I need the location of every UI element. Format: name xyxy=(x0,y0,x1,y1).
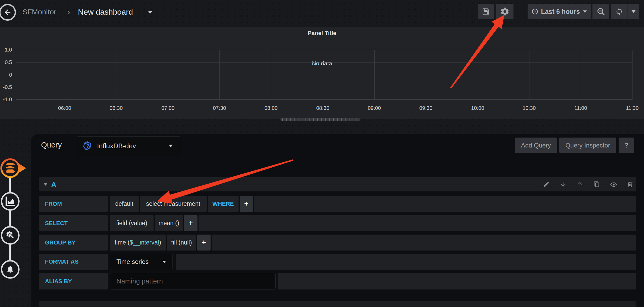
add-group-by-button[interactable]: + xyxy=(197,235,211,251)
x-tick: 09:30 xyxy=(414,105,438,111)
y-tick: -1.0 xyxy=(0,96,12,103)
add-where-condition-button[interactable]: + xyxy=(240,196,253,212)
zoom-out-time-button[interactable] xyxy=(592,4,609,19)
query-ref-id[interactable]: A xyxy=(51,180,56,189)
database-icon xyxy=(0,157,27,179)
x-tick: 10:30 xyxy=(517,105,541,111)
dashboard-title-caret-icon[interactable] xyxy=(148,11,152,14)
row-filler xyxy=(176,254,636,270)
x-tick: 11:00 xyxy=(569,105,592,111)
edit-query-button[interactable] xyxy=(543,181,550,188)
breadcrumb-dashboard-title[interactable]: New dashboard xyxy=(78,0,133,24)
group-by-row-label: GROUP BY xyxy=(39,235,108,251)
interval-variable: $__interval xyxy=(130,239,159,246)
tab-general-settings[interactable] xyxy=(0,225,20,246)
group-by-time-segment[interactable]: time ($__interval) xyxy=(110,235,166,251)
duplicate-query-button[interactable] xyxy=(593,181,601,188)
panel-resize-handle[interactable] xyxy=(280,118,360,121)
tab-connector-line xyxy=(9,168,11,270)
toggle-query-visibility-button[interactable] xyxy=(610,181,617,188)
x-tick: 08:00 xyxy=(259,105,283,111)
row-filler xyxy=(278,273,636,289)
gridline xyxy=(478,50,478,100)
help-button[interactable]: ? xyxy=(619,138,634,153)
tab-visualization[interactable] xyxy=(0,191,20,212)
gridline xyxy=(581,50,581,100)
gridline xyxy=(16,75,632,75)
refresh-interval-caret-button[interactable] xyxy=(628,4,639,19)
gridline xyxy=(374,50,375,100)
tab-queries[interactable] xyxy=(0,157,27,179)
breadcrumb-app[interactable]: SFMonitor xyxy=(22,0,56,24)
retention-policy-segment[interactable]: default xyxy=(110,196,139,212)
datasource-picker[interactable]: InfluxDB-dev xyxy=(77,137,181,155)
arrow-down-icon xyxy=(560,181,567,188)
fill-segment[interactable]: fill (null) xyxy=(167,235,196,251)
gridline xyxy=(426,50,426,100)
pencil-icon xyxy=(543,181,550,188)
refresh-icon xyxy=(615,8,623,15)
field-segment[interactable]: field (value) xyxy=(110,215,154,231)
select-measurement-segment[interactable]: select measurement xyxy=(140,196,207,212)
gridline xyxy=(168,50,168,100)
dashboard-panel: Panel Title No data 1.0 0.5 0 -0.5 -1.0 … xyxy=(0,27,644,119)
gear-wrench-icon xyxy=(0,225,20,246)
gridline xyxy=(323,50,323,100)
format-as-row-label: FORMAT AS xyxy=(39,254,108,270)
format-as-dropdown[interactable]: Time series xyxy=(110,254,173,270)
add-select-part-button[interactable]: + xyxy=(184,215,197,231)
move-query-down-button[interactable] xyxy=(560,181,567,188)
gridline xyxy=(65,50,65,100)
save-dashboard-button[interactable] xyxy=(478,4,494,19)
tab-alert[interactable] xyxy=(0,259,20,280)
gridline xyxy=(219,50,220,100)
gridline xyxy=(271,50,271,100)
floppy-disk-icon xyxy=(482,7,490,16)
x-tick: 11:30 xyxy=(620,105,644,111)
influxdb-logo-icon xyxy=(82,141,92,151)
area-chart-icon xyxy=(0,191,20,212)
move-query-up-button[interactable] xyxy=(577,181,584,188)
copy-icon xyxy=(593,181,600,188)
y-tick: 1.0 xyxy=(0,47,12,53)
x-tick: 09:00 xyxy=(363,105,386,111)
chevron-down-icon xyxy=(631,10,636,13)
row-filler xyxy=(199,215,636,231)
back-button[interactable] xyxy=(0,4,16,21)
bell-icon xyxy=(0,259,20,280)
row-filler xyxy=(212,235,636,251)
format-as-value: Time series xyxy=(116,258,149,265)
add-query-button[interactable]: Add Query xyxy=(515,138,557,153)
gridline xyxy=(16,50,632,50)
gear-icon xyxy=(500,7,510,16)
gridline xyxy=(116,50,116,100)
gridline xyxy=(16,99,632,100)
next-section-card xyxy=(39,301,636,307)
x-tick: 07:30 xyxy=(208,105,231,111)
arrow-left-icon xyxy=(3,8,12,16)
y-tick: 0.5 xyxy=(0,59,12,65)
x-tick: 07:00 xyxy=(156,105,180,111)
dashboard-settings-button[interactable] xyxy=(496,4,513,19)
trash-icon xyxy=(627,181,634,188)
panel-title[interactable]: Panel Title xyxy=(0,30,644,37)
refresh-button[interactable] xyxy=(611,4,628,19)
gridline xyxy=(16,87,632,87)
collapse-query-caret-icon[interactable] xyxy=(43,183,48,186)
clock-icon xyxy=(532,8,538,15)
time-picker-button[interactable]: Last 6 hours xyxy=(528,4,591,19)
from-row-label: FROM xyxy=(39,196,108,212)
delete-query-button[interactable] xyxy=(627,181,634,188)
x-tick: 08:30 xyxy=(311,105,335,111)
gridline xyxy=(529,50,529,100)
alias-by-input[interactable] xyxy=(110,273,276,289)
x-tick: 10:00 xyxy=(466,105,489,111)
gridline xyxy=(632,50,632,100)
no-data-label: No data xyxy=(0,60,644,67)
select-row-label: SELECT xyxy=(39,215,108,231)
mean-function-segment[interactable]: mean () xyxy=(155,215,183,231)
grafana-edit-page: SFMonitor › New dashboard Last 6 hours xyxy=(0,0,644,307)
breadcrumb-separator: › xyxy=(67,0,70,24)
format-as-caret-icon xyxy=(162,261,166,263)
query-inspector-button[interactable]: Query Inspector xyxy=(559,138,616,153)
